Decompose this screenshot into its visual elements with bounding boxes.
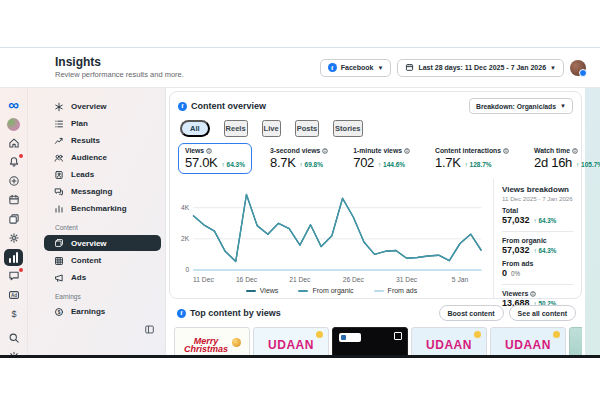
calendar-icon: [405, 63, 414, 72]
content-overview-header: f Content overview Breakdown: Organic/ad…: [170, 96, 581, 116]
meta-logo[interactable]: ∞: [4, 94, 24, 114]
legend-item-views[interactable]: Views: [246, 287, 279, 294]
content-type-tabs: AllReelsLivePostsStories: [170, 116, 581, 140]
metric-value-row: 702↑ 144.6%: [353, 155, 410, 170]
metric-value-row: 1.7K↑ 128.7%: [435, 155, 509, 170]
content-thumbnail[interactable]: [332, 327, 408, 357]
content-icon[interactable]: [4, 210, 24, 228]
legend-item-from-ads[interactable]: From ads: [374, 287, 418, 294]
breakdown-dropdown[interactable]: Breakdown: Organic/ads ▼: [469, 98, 573, 114]
screenshot-stage: Insights Review performance results and …: [0, 0, 600, 400]
svg-text:11 Dec: 11 Dec: [193, 276, 214, 283]
collapse-sidebar-icon[interactable]: [144, 321, 155, 339]
breakdown-label-text: Total: [502, 207, 518, 214]
tab-reels[interactable]: Reels: [224, 120, 248, 137]
top-content-actions: Boost content See all content: [439, 305, 576, 321]
tab-posts[interactable]: Posts: [295, 120, 319, 137]
chevron-down-icon: ▼: [560, 103, 566, 109]
svg-text:16 Dec: 16 Dec: [236, 276, 258, 283]
thumbnail-title: Merry Christmas: [181, 337, 231, 353]
tab-all[interactable]: All: [180, 120, 210, 137]
monetization-icon[interactable]: $: [4, 305, 24, 323]
planner-icon[interactable]: [4, 191, 24, 209]
metric-value: 2d 16h: [534, 155, 572, 170]
create-icon[interactable]: [4, 172, 24, 190]
metric-content-interactions[interactable]: Content interactions1.7K↑ 128.7%: [428, 143, 516, 174]
views-breakdown-title: Views breakdown: [502, 185, 573, 194]
views-breakdown-rows: Total57,032↑ 64.3%From organic57,032↑ 64…: [502, 207, 573, 308]
date-range-selector[interactable]: Last 28 days: 11 Dec 2025 - 7 Jan 2026 ▼: [397, 59, 564, 77]
business-avatar[interactable]: [4, 115, 24, 133]
all-tools-icon[interactable]: [4, 229, 24, 247]
thumbnail-title: UDAAN: [491, 338, 565, 352]
notifications-icon[interactable]: [4, 153, 24, 171]
views-line-chart: 02K4K11 Dec16 Dec21 Dec26 Dec31 Dec5 Jan: [174, 181, 489, 285]
svg-text:0: 0: [186, 266, 190, 273]
search-icon[interactable]: [4, 329, 24, 347]
sidebar-item-audience[interactable]: Audience: [28, 149, 165, 166]
sidebar-item-earnings[interactable]: $Earnings: [28, 303, 165, 320]
breakdown-label: Breakdown: Organic/ads: [476, 103, 556, 110]
sidebar-item-label: Overview: [71, 102, 107, 111]
sidebar-item-results[interactable]: Results: [28, 132, 165, 149]
date-range-label: Last 28 days: 11 Dec 2025 - 7 Jan 2026: [418, 64, 546, 71]
sidebar-item-plan[interactable]: Plan: [28, 115, 165, 132]
breakdown-row-label: Viewers: [502, 290, 573, 297]
boost-content-button[interactable]: Boost content: [439, 305, 504, 321]
metric-change: ↑ 105.7%: [576, 161, 600, 168]
account-selector[interactable]: f Facebook ▼: [320, 59, 392, 77]
ads-icon[interactable]: Ad: [4, 286, 24, 304]
screenshot-cut-edge: [0, 355, 600, 358]
chart-legend: ViewsFrom organicFrom ads: [174, 285, 489, 298]
app-body: ∞Ad$? OverviewPlanResultsAudienceLeadsMe…: [0, 87, 600, 357]
sidebar-item-messaging[interactable]: Messaging: [28, 183, 165, 200]
sidebar-item-ads[interactable]: Ads: [28, 269, 165, 286]
leads-icon: [54, 170, 64, 180]
sidebar-item-overview[interactable]: Overview: [44, 235, 161, 251]
top-content-title: Top content by views: [190, 308, 281, 318]
metric-views[interactable]: Views57.0K↑ 64.3%: [178, 143, 252, 174]
content-overview-title: Content overview: [191, 101, 266, 111]
info-icon: [503, 148, 509, 154]
insights-icon[interactable]: [4, 248, 24, 266]
sidebar-item-benchmarking[interactable]: Benchmarking: [28, 200, 165, 217]
breakdown-value-row: 57,032↑ 64.3%: [502, 215, 573, 225]
breakdown-value: 0: [502, 268, 507, 278]
messaging-icon: [54, 187, 64, 197]
sidebar-item-overview[interactable]: Overview: [28, 98, 165, 115]
metric-1-minute-views[interactable]: 1-minute views702↑ 144.6%: [346, 143, 417, 174]
metric-value-row: 2d 16h↑ 105.7%: [534, 155, 600, 170]
content-thumbnail[interactable]: UDAAN: [490, 327, 566, 357]
inbox-icon[interactable]: [4, 267, 24, 285]
content-thumbnail[interactable]: UDAAN: [411, 327, 487, 357]
sidebar-section-label: Earnings: [28, 286, 165, 303]
user-avatar[interactable]: [570, 60, 586, 76]
top-content-thumbnails: Merry ChristmasUDAANUDAANUDAAN: [169, 325, 582, 357]
breakdown-value-row: 57,032↑ 64.3%: [502, 245, 573, 255]
content-thumbnail[interactable]: [569, 327, 582, 357]
legend-item-from-organic[interactable]: From organic: [298, 287, 353, 294]
svg-text:$: $: [11, 309, 16, 319]
benchmarking-icon: [54, 204, 64, 214]
tab-live[interactable]: Live: [262, 120, 281, 137]
chart-column: 02K4K11 Dec16 Dec21 Dec26 Dec31 Dec5 Jan…: [170, 179, 493, 298]
sidebar-section-label: Content: [28, 217, 165, 234]
home-icon[interactable]: [4, 134, 24, 152]
sidebar-item-label: Earnings: [71, 307, 105, 316]
content-thumbnail[interactable]: UDAAN: [253, 327, 329, 357]
metric-change: ↑ 144.6%: [378, 161, 405, 168]
sidebar-item-leads[interactable]: Leads: [28, 166, 165, 183]
thumbnail-title: UDAAN: [254, 338, 328, 352]
see-all-content-button[interactable]: See all content: [509, 305, 576, 321]
content-thumbnail[interactable]: Merry Christmas: [174, 327, 250, 357]
metric-value: 8.7K: [270, 155, 296, 170]
overview-icon: [54, 102, 64, 112]
legend-label: From organic: [312, 287, 353, 294]
tab-stories[interactable]: Stories: [333, 120, 362, 137]
metric-3-second-views[interactable]: 3-second views8.7K↑ 69.8%: [263, 143, 335, 174]
sidebar-item-content[interactable]: Content: [28, 252, 165, 269]
metric-watch-time[interactable]: Watch time2d 16h↑ 105.7%: [527, 143, 600, 174]
sidebar-item-label: Plan: [71, 119, 88, 128]
sidebar-item-label: Audience: [71, 153, 107, 162]
metric-value-row: 57.0K↑ 64.3%: [185, 155, 245, 170]
